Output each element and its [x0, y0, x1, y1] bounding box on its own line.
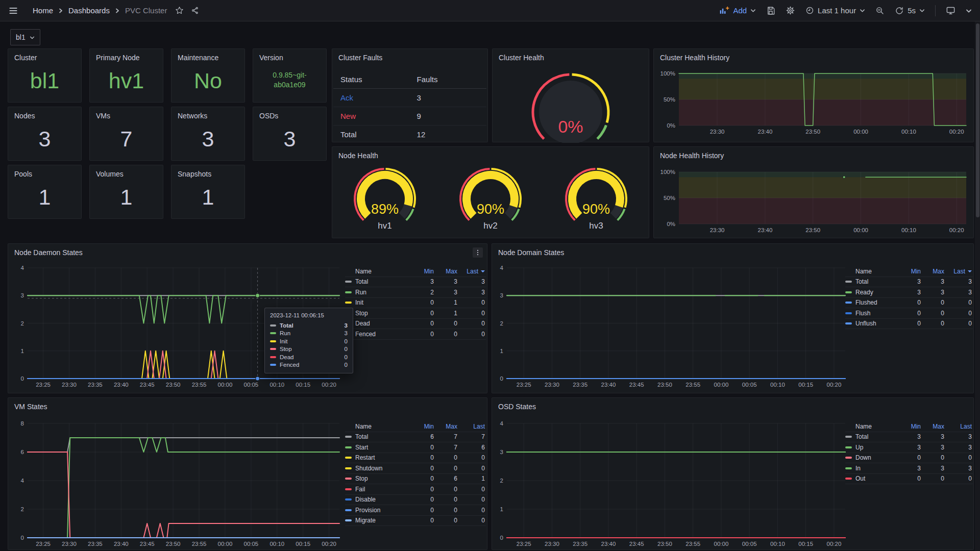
- legend-row[interactable]: Stop010: [345, 308, 486, 319]
- breadcrumb-home[interactable]: Home: [33, 6, 53, 15]
- legend-row[interactable]: Init010: [345, 298, 486, 309]
- legend-series-name[interactable]: Stop: [345, 475, 411, 482]
- stat-title[interactable]: Networks: [172, 107, 244, 121]
- legend-series-name[interactable]: Start: [345, 444, 411, 451]
- legend-col-min[interactable]: Min: [898, 268, 922, 275]
- panel-title[interactable]: Node Daemon States: [8, 244, 487, 258]
- panel-title[interactable]: Cluster Health: [493, 49, 649, 63]
- legend-series-name[interactable]: Dead: [345, 320, 411, 327]
- legend-col-name[interactable]: Name: [845, 268, 898, 275]
- legend-series-name[interactable]: Provision: [345, 507, 411, 514]
- star-icon[interactable]: [175, 6, 184, 15]
- legend-series-name[interactable]: Unflush: [845, 320, 898, 327]
- node-domain-states-chart[interactable]: 0123423:2523:3023:3523:4023:4523:5023:55…: [496, 265, 848, 393]
- legend-col-max[interactable]: Max: [435, 268, 458, 275]
- osd-states-legend[interactable]: NameMinMaxLastTotal333Up333Down000In333O…: [845, 421, 973, 484]
- settings-icon[interactable]: [786, 6, 795, 15]
- panel-title[interactable]: Node Health History: [654, 147, 973, 161]
- legend-row[interactable]: Unflush000: [845, 319, 973, 330]
- vm-states-chart[interactable]: 0246823:2523:3023:3523:4023:4523:5023:55…: [12, 420, 343, 549]
- legend-series-name[interactable]: Total: [345, 433, 411, 440]
- legend-row[interactable]: Total333: [845, 277, 973, 288]
- faults-col-status[interactable]: Status: [340, 75, 417, 84]
- scrollbar-thumb[interactable]: [976, 23, 979, 217]
- stat-title[interactable]: Cluster: [8, 49, 81, 63]
- legend-row[interactable]: Shutdown000: [345, 463, 486, 474]
- panel-title[interactable]: OSD States: [492, 398, 973, 412]
- zoom-out-icon[interactable]: [875, 6, 885, 15]
- legend-col-last[interactable]: Last: [945, 423, 973, 430]
- legend-row[interactable]: Provision000: [345, 505, 486, 516]
- legend-row[interactable]: Total333: [345, 277, 486, 288]
- legend-series-name[interactable]: Ready: [845, 289, 898, 296]
- legend-row[interactable]: Fenced000: [345, 329, 486, 340]
- legend-col-max[interactable]: Max: [435, 423, 458, 430]
- panel-title[interactable]: Cluster Health History: [654, 49, 973, 63]
- legend-series-name[interactable]: Out: [845, 475, 898, 482]
- legend-row[interactable]: Disable000: [345, 495, 486, 506]
- legend-series-name[interactable]: Restart: [345, 454, 411, 461]
- legend-series-name[interactable]: Total: [845, 278, 898, 285]
- legend-row[interactable]: Flushed000: [845, 298, 973, 309]
- refresh-icon[interactable]: [895, 6, 904, 15]
- legend-row[interactable]: Dead000: [345, 319, 486, 330]
- node-daemon-states-legend[interactable]: NameMinMaxLastTotal333Run233Init010Stop0…: [345, 266, 486, 340]
- legend-col-last[interactable]: Last: [458, 423, 486, 430]
- legend-col-max[interactable]: Max: [922, 423, 945, 430]
- legend-row[interactable]: Start076: [345, 442, 486, 453]
- panel-title[interactable]: Node Domain States: [492, 244, 973, 258]
- legend-series-name[interactable]: Flush: [845, 310, 898, 317]
- legend-row[interactable]: Total333: [845, 432, 973, 443]
- cluster-health-history-chart[interactable]: 0%50%100%23:3023:4023:5000:0000:1000:20: [658, 66, 970, 141]
- legend-col-min[interactable]: Min: [411, 268, 435, 275]
- legend-row[interactable]: Fail000: [345, 484, 486, 495]
- legend-series-name[interactable]: Shutdown: [345, 465, 411, 472]
- legend-row[interactable]: Total677: [345, 432, 486, 443]
- stat-title[interactable]: Snapshots: [172, 165, 244, 179]
- add-button[interactable]: Add: [719, 6, 756, 15]
- legend-row[interactable]: Run233: [345, 287, 486, 298]
- legend-row[interactable]: Out000: [845, 474, 973, 485]
- legend-series-name[interactable]: Flushed: [845, 299, 898, 306]
- legend-series-name[interactable]: Run: [345, 289, 411, 296]
- stat-title[interactable]: Primary Node: [90, 49, 163, 63]
- legend-row[interactable]: Flush000: [845, 308, 973, 319]
- stat-title[interactable]: Volumes: [90, 165, 163, 179]
- legend-series-name[interactable]: Total: [345, 278, 411, 285]
- legend-row[interactable]: Down000: [845, 453, 973, 464]
- legend-series-name[interactable]: Fail: [345, 486, 411, 493]
- menu-icon[interactable]: [8, 6, 18, 16]
- faults-col-faults[interactable]: Faults: [417, 75, 479, 84]
- breadcrumb-dashboards[interactable]: Dashboards: [68, 6, 110, 15]
- osd-states-chart[interactable]: 0123423:2523:3023:3523:4023:4523:5023:55…: [496, 420, 848, 549]
- stat-title[interactable]: Pools: [8, 165, 81, 179]
- legend-series-name[interactable]: Fenced: [345, 331, 411, 338]
- stat-title[interactable]: Version: [253, 49, 326, 63]
- legend-series-name[interactable]: Migrate: [345, 517, 411, 524]
- legend-series-name[interactable]: Up: [845, 444, 898, 451]
- legend-col-min[interactable]: Min: [898, 423, 922, 430]
- panel-title[interactable]: VM States: [8, 398, 487, 412]
- chevron-down-icon[interactable]: [966, 8, 972, 13]
- refresh-picker[interactable]: 5s: [895, 6, 925, 15]
- stat-title[interactable]: VMs: [90, 107, 163, 121]
- legend-col-last[interactable]: Last: [458, 268, 486, 275]
- legend-series-name[interactable]: In: [845, 465, 898, 472]
- panel-menu-icon[interactable]: [473, 247, 483, 258]
- share-icon[interactable]: [191, 6, 200, 15]
- vm-states-legend[interactable]: NameMinMaxLastTotal677Start076Restart000…: [345, 421, 486, 526]
- panel-title[interactable]: Node Health: [332, 147, 649, 161]
- stat-title[interactable]: Maintenance: [172, 49, 244, 63]
- legend-series-name[interactable]: Stop: [345, 310, 411, 317]
- legend-col-last[interactable]: Last: [945, 268, 973, 275]
- template-variable-dropdown[interactable]: bl1: [10, 29, 40, 45]
- legend-col-min[interactable]: Min: [411, 423, 435, 430]
- legend-row[interactable]: In333: [845, 463, 973, 474]
- legend-row[interactable]: Up333: [845, 442, 973, 453]
- monitor-icon[interactable]: [946, 6, 955, 15]
- legend-series-name[interactable]: Disable: [345, 496, 411, 503]
- node-domain-states-legend[interactable]: NameMinMaxLastTotal333Ready333Flushed000…: [845, 266, 973, 329]
- legend-row[interactable]: Migrate000: [345, 516, 486, 527]
- node-health-history-chart[interactable]: 0%50%100%23:3023:4023:5000:0000:1000:20: [658, 164, 970, 237]
- save-icon[interactable]: [766, 6, 775, 15]
